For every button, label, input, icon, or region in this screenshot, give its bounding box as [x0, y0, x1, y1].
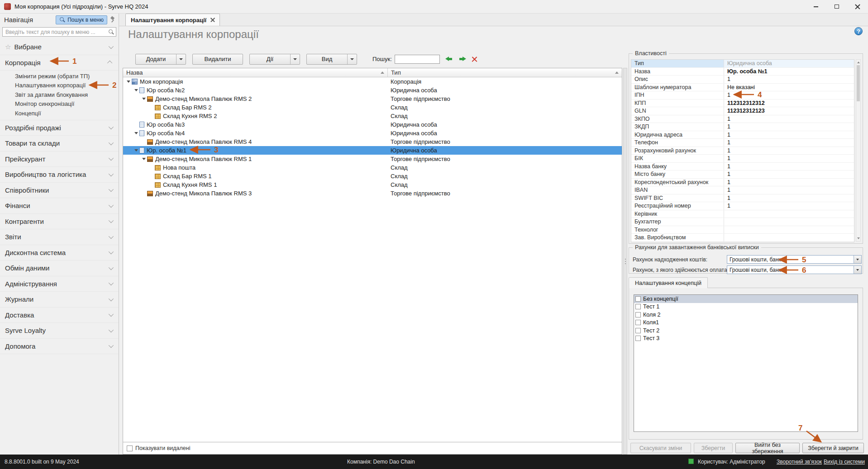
sidebar-item[interactable]: Контрагенти: [0, 214, 119, 230]
sidebar-subitem[interactable]: Змінити режим (обрати ТП): [0, 71, 119, 81]
tab-close-icon[interactable]: [210, 18, 215, 22]
forward-arrow-icon[interactable]: [458, 56, 466, 62]
sidebar-item[interactable]: Товари та склади: [0, 136, 119, 152]
concept-checkbox[interactable]: [635, 336, 641, 341]
property-value[interactable]: 1: [724, 187, 854, 193]
column-header-type[interactable]: Тип: [387, 68, 622, 77]
property-value[interactable]: 112312312312: [724, 100, 854, 106]
maximize-button[interactable]: [826, 0, 847, 13]
incoming-account-select[interactable]: Грошові кошти, банк: [727, 255, 862, 264]
scroll-up-icon[interactable]: [857, 62, 860, 63]
concept-item[interactable]: Коля 2: [634, 311, 858, 319]
clear-search-icon[interactable]: [472, 56, 477, 62]
chevron-down-icon[interactable]: [854, 266, 861, 274]
scroll-down-icon[interactable]: [857, 237, 860, 239]
concept-checkbox[interactable]: [635, 304, 641, 309]
tree-row[interactable]: Склад Бар RMS 1 Склад: [123, 172, 622, 180]
expander-icon[interactable]: [149, 174, 154, 179]
sidebar-item[interactable]: Дисконтна система: [0, 245, 119, 261]
actions-button[interactable]: Дії: [249, 54, 300, 65]
scrollbar-thumb[interactable]: [857, 65, 860, 101]
tree-row[interactable]: Склад Кухня RMS 1 Склад: [123, 180, 622, 189]
property-value[interactable]: 112312312123: [724, 108, 854, 114]
expander-icon[interactable]: [134, 148, 139, 153]
expander-icon[interactable]: [149, 165, 154, 171]
expander-icon[interactable]: [149, 182, 154, 188]
save-and-close-button[interactable]: Зберегти й закрити: [802, 443, 864, 453]
payment-account-select[interactable]: Грошові кошти, банк: [727, 265, 862, 274]
tree-row[interactable]: Юр. особа №1 Юридична особа: [123, 146, 622, 155]
property-value[interactable]: 1: [724, 139, 854, 146]
concept-checkbox[interactable]: [635, 320, 641, 325]
tree-row[interactable]: Нова пошта Склад: [123, 163, 622, 172]
tree-row[interactable]: Демо-стенд Микола Павлюк RMS 1 Торгове п…: [123, 155, 622, 163]
expander-icon[interactable]: [149, 114, 154, 119]
tree-row[interactable]: Склад Бар RMS 2 Склад: [123, 103, 622, 112]
property-value[interactable]: Не вказані: [724, 84, 854, 90]
minimize-button[interactable]: [806, 0, 826, 13]
show-deleted-checkbox[interactable]: [127, 445, 133, 451]
feedback-link[interactable]: Зворотний зв'язок: [777, 459, 822, 465]
tab-corporation-settings[interactable]: Налаштування корпорації: [125, 14, 220, 26]
properties-scrollbar[interactable]: [856, 59, 861, 242]
sidebar-subitem[interactable]: Налаштування корпорації: [0, 81, 119, 90]
concept-item[interactable]: Без концепції: [634, 295, 858, 303]
expander-icon[interactable]: [134, 122, 139, 128]
pin-icon[interactable]: [110, 16, 116, 23]
property-value[interactable]: 1: [724, 195, 854, 201]
add-button[interactable]: Додати: [135, 54, 186, 65]
property-value[interactable]: 1: [724, 132, 854, 138]
property-value[interactable]: 1: [724, 92, 854, 98]
concept-checkbox[interactable]: [635, 296, 641, 302]
sidebar-item-favorites[interactable]: ☆ Вибране: [0, 39, 119, 55]
tab-concept-settings[interactable]: Налаштування концепцій: [629, 277, 708, 288]
expander-icon[interactable]: [141, 139, 147, 145]
splitter[interactable]: [623, 68, 627, 455]
toolbar-search-input[interactable]: [395, 55, 440, 64]
delete-button[interactable]: Видалити: [192, 54, 243, 65]
concept-checkbox[interactable]: [635, 328, 641, 333]
close-button[interactable]: [847, 0, 868, 13]
search-icon[interactable]: [108, 29, 114, 35]
column-header-name[interactable]: Назва: [123, 68, 387, 77]
sidebar-item[interactable]: Журнали: [0, 292, 119, 308]
logout-link[interactable]: Вихід із системи: [824, 459, 865, 465]
expander-icon[interactable]: [141, 96, 147, 102]
exit-without-saving-button[interactable]: Вийти без збереження: [735, 443, 800, 453]
sidebar-subitem[interactable]: Монітор синхронізації: [0, 99, 119, 109]
property-value[interactable]: Юридична особа: [724, 60, 854, 66]
sidebar-item[interactable]: Syrve Loyalty: [0, 323, 119, 339]
tree-row[interactable]: Юр особа №2 Юридична особа: [123, 86, 622, 95]
sidebar-item[interactable]: Обмін даними: [0, 261, 119, 276]
property-value[interactable]: 1: [724, 123, 854, 130]
sidebar-item[interactable]: Фінанси: [0, 198, 119, 214]
expander-icon[interactable]: [134, 131, 139, 136]
expander-icon[interactable]: [141, 156, 147, 162]
tree-row[interactable]: Демо-стенд Микола Павлюк RMS 3 Торгове п…: [123, 189, 622, 198]
sidebar-item[interactable]: Звіти: [0, 229, 119, 245]
property-value[interactable]: 1: [724, 171, 854, 177]
sidebar-item[interactable]: Співробітники: [0, 183, 119, 199]
expander-icon[interactable]: [126, 79, 131, 85]
sidebar-subitem[interactable]: Звіт за датами блокування: [0, 90, 119, 99]
chevron-down-icon[interactable]: [854, 256, 861, 263]
help-icon[interactable]: ?: [854, 27, 863, 35]
property-value[interactable]: 1: [724, 147, 854, 154]
sidebar-item[interactable]: Доставка: [0, 308, 119, 323]
property-value[interactable]: 1: [724, 163, 854, 170]
tree-row[interactable]: Юр особа №4 Юридична особа: [123, 129, 622, 137]
tree-row[interactable]: Моя корпорація Корпорація: [123, 77, 622, 86]
concept-checkbox[interactable]: [635, 312, 641, 317]
menu-search-input[interactable]: [2, 27, 116, 37]
sidebar-subitem[interactable]: Концепції: [0, 109, 119, 118]
concept-item[interactable]: Тест 3: [634, 335, 858, 343]
back-arrow-icon[interactable]: [445, 56, 453, 62]
property-value[interactable]: 1: [724, 155, 854, 161]
cancel-changes-button[interactable]: Скасувати зміни: [630, 443, 691, 453]
concept-item[interactable]: Тест 2: [634, 327, 858, 335]
expander-icon[interactable]: [141, 191, 147, 196]
property-value[interactable]: 1: [724, 203, 854, 209]
sidebar-item[interactable]: Допомога: [0, 339, 119, 355]
sidebar-item[interactable]: Прейскурант: [0, 152, 119, 167]
property-value[interactable]: Юр. особа №1: [724, 68, 854, 75]
